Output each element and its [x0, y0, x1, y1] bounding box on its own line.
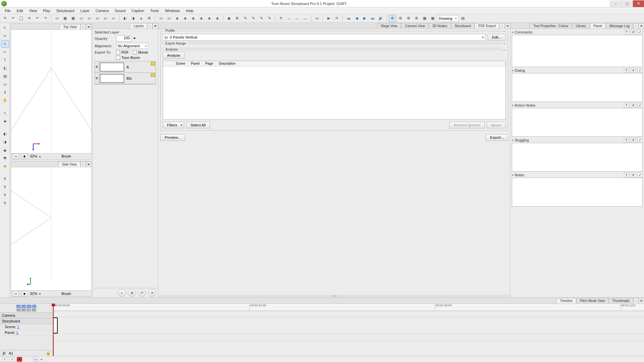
slugging-textarea[interactable] [512, 143, 643, 172]
tool-icon[interactable]: ↷ [42, 15, 49, 22]
panel-tab[interactable]: Panel [590, 23, 606, 28]
movie-checkbox[interactable] [133, 50, 137, 54]
select-tool-icon[interactable]: ↖ [1, 24, 9, 32]
tool-icon[interactable]: ◈ [190, 15, 197, 22]
tool-icon[interactable]: — [293, 15, 301, 22]
pdf-export-tab[interactable]: PDF Export [475, 23, 499, 28]
tool-icon[interactable]: ◈ [214, 15, 221, 22]
stage-view-tab[interactable]: Stage View [377, 23, 401, 28]
expand-icon[interactable]: ⤢ [637, 103, 643, 108]
tool-icon[interactable]: ⚙ [413, 15, 420, 22]
tool-icon[interactable]: ▦ [69, 15, 77, 22]
storyboard-tab[interactable]: Storyboard [451, 23, 475, 28]
preview-button[interactable]: Preview... [160, 134, 185, 141]
layer-row[interactable]: ⊞A [95, 61, 156, 73]
layer-flag-icon[interactable] [151, 73, 155, 77]
pdf-checkbox[interactable] [116, 50, 120, 54]
menu-tools[interactable]: Tools [148, 8, 162, 13]
paint-tool-icon[interactable]: ▧ [1, 72, 9, 80]
menu-sound[interactable]: Sound [112, 8, 128, 13]
layer-action-icon[interactable]: ⟳ [138, 289, 146, 297]
cutter-tool-icon[interactable]: ✂ [1, 32, 9, 40]
storyboard-track-header[interactable]: Storyboard [0, 318, 53, 324]
tool-icon[interactable]: ↯ [1, 199, 9, 206]
expand-icon[interactable]: ⤢ [637, 68, 643, 73]
view-mode-icon[interactable]: ▭ [12, 291, 19, 296]
thumbnails-tab[interactable]: Thumbnails [608, 298, 633, 303]
mode-dropdown[interactable]: Drawing [437, 15, 459, 22]
hand-tool-icon[interactable]: ✋ [1, 97, 9, 104]
rect-tool-icon[interactable]: ▭ [1, 80, 9, 88]
text-tool-icon[interactable]: T [624, 173, 629, 177]
tool-icon[interactable]: ◈ [181, 15, 189, 22]
message-log-tab[interactable]: Message Log [606, 23, 633, 28]
menu-layer[interactable]: Layer [78, 8, 93, 13]
tool-icon[interactable]: ⚙ [397, 15, 404, 22]
tool-icon[interactable]: ◈ [198, 15, 205, 22]
side-view-viewport[interactable] [11, 167, 91, 291]
tool-properties-tab[interactable]: Tool Properties : Colour [530, 23, 572, 28]
lock-icon[interactable]: 🔒 [46, 351, 51, 355]
menu-storyboard[interactable]: Storyboard [54, 8, 77, 13]
tool-icon[interactable]: — [285, 15, 293, 22]
tool-icon[interactable]: ↯ [1, 175, 9, 182]
tool-icon[interactable]: ▭ [86, 15, 93, 22]
pencil-tool-icon[interactable]: ✏ [1, 48, 9, 56]
toonboom-checkbox[interactable] [116, 56, 120, 60]
splitter-handle[interactable]: ◂ ▪ ▸ [158, 295, 510, 297]
menu-help[interactable]: Help [183, 8, 196, 13]
dropper-tool-icon[interactable]: ℹ [1, 88, 9, 96]
tool-icon[interactable]: ⚙ [389, 15, 396, 22]
collapse-icon[interactable]: — [502, 48, 506, 52]
tool-icon[interactable]: ▭ [110, 15, 117, 22]
side-view-tab[interactable]: Side View [58, 162, 80, 167]
minimize-button[interactable]: – [610, 0, 621, 7]
undo-icon[interactable]: ↺ [631, 138, 636, 142]
status-icon[interactable]: + [2, 357, 7, 362]
tool-icon[interactable]: ⤡ [1, 109, 9, 117]
menu-play[interactable]: Play [40, 8, 53, 13]
layer-action-icon[interactable]: + [118, 289, 126, 297]
tool-icon[interactable]: ▦ [61, 15, 69, 22]
undo-icon[interactable]: ↺ [631, 30, 636, 35]
menu-file[interactable]: File [2, 8, 13, 13]
menu-camera[interactable]: Camera [93, 8, 111, 13]
tool-icon[interactable]: ▭ [77, 15, 85, 22]
tab-close-icon[interactable]: ✕ [639, 298, 644, 303]
layer-action-icon[interactable]: ✕ [148, 289, 156, 297]
tool-icon[interactable]: ▦ [429, 15, 436, 22]
text-tool-icon[interactable]: T [624, 138, 629, 142]
timeline-tab[interactable]: Timeline [556, 298, 576, 303]
tool-icon[interactable]: ✎ [241, 15, 249, 22]
tab-close-icon[interactable]: ✕ [639, 23, 644, 28]
tool-icon[interactable]: ◈ [1, 117, 9, 125]
tab-menu-icon[interactable]: ↓ [80, 162, 86, 167]
text-tool-icon[interactable]: T [624, 68, 629, 73]
tool-icon[interactable]: ◓ [1, 154, 9, 162]
tool-icon[interactable]: ◈ [206, 15, 213, 22]
tool-icon[interactable]: ✕ [25, 15, 33, 22]
tool-icon[interactable]: ✎ [250, 15, 257, 22]
tab-menu-icon[interactable]: ↓ [633, 23, 639, 28]
layers-tab[interactable]: Layers [130, 23, 147, 28]
storyboard-clip[interactable] [53, 317, 58, 334]
tool-icon[interactable]: ◐ [1, 130, 9, 137]
brush-tool-icon[interactable]: ✎ [1, 40, 9, 48]
expand-icon[interactable]: ⤢ [637, 138, 643, 142]
status-icon[interactable]: ▭ [33, 357, 38, 362]
sound-icon[interactable]: 🔊 [377, 15, 384, 22]
profile-select[interactable]: 3 Panels Vertical [163, 34, 486, 41]
playhead[interactable] [53, 304, 54, 356]
tool-icon[interactable]: ↶ [9, 15, 17, 22]
layer-row[interactable]: ⊞BG [95, 73, 156, 84]
menu-view[interactable]: View [26, 8, 40, 13]
analysis-grid[interactable]: Scene Panel Page Description [163, 61, 506, 120]
tool-icon[interactable]: ↶ [34, 15, 41, 22]
restore-ignored-button[interactable]: Restore Ignored [449, 122, 485, 128]
expand-icon[interactable]: + [502, 42, 506, 46]
tool-icon[interactable]: — [302, 15, 309, 22]
text-tool-icon[interactable]: T [1, 56, 9, 64]
tool-icon[interactable]: ▭ [165, 15, 173, 22]
tool-icon[interactable]: ⚙ [146, 15, 153, 22]
tab-close-icon[interactable]: ✕ [86, 162, 91, 167]
